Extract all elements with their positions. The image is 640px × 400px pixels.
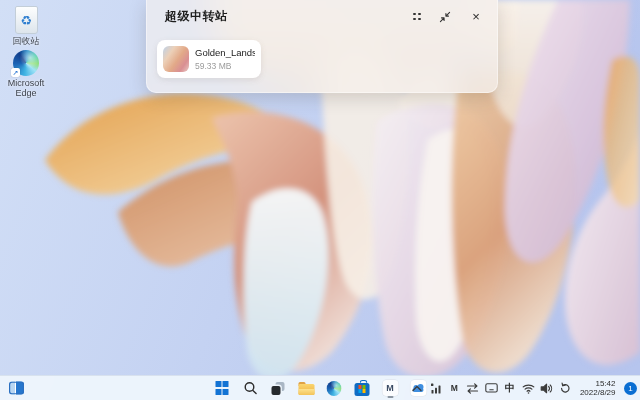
folder-icon [298, 384, 314, 395]
data-transfer-tray[interactable] [466, 379, 480, 397]
pc-manager-tray[interactable]: M [447, 379, 461, 397]
pc-manager-icon: M [382, 380, 398, 396]
file-name: Golden_Landsca... [195, 47, 255, 58]
search-button[interactable] [242, 378, 259, 398]
desktop-icon-recycle-bin[interactable]: ♻ 回收站 [3, 6, 49, 46]
touchpad-tray[interactable] [484, 379, 498, 397]
desktop-icon-edge[interactable]: ↗ Microsoft Edge [3, 50, 49, 98]
performance-meter-tray[interactable] [429, 379, 443, 397]
clock-date: 2022/8/29 [580, 388, 616, 397]
system-tray: M 中 [410, 376, 637, 400]
recycle-bin-icon: ♻ [15, 6, 38, 34]
file-meta: Golden_Landsca... 59.33 MB [195, 47, 255, 71]
edge-icon: ↗ [13, 50, 39, 76]
widgets-button[interactable] [9, 382, 24, 395]
ime-indicator[interactable]: 中 [503, 379, 517, 397]
file-thumbnail [163, 46, 189, 72]
panel-header: 超级中转站 × [147, 0, 497, 25]
desktop: ♻ 回收站 ↗ Microsoft Edge 超级中转站 × [0, 0, 640, 400]
windows-logo-icon [215, 381, 229, 395]
collapse-icon[interactable] [438, 10, 452, 24]
file-size: 59.33 MB [195, 61, 255, 71]
wifi-icon [522, 383, 535, 394]
shortcut-arrow-icon: ↗ [11, 68, 20, 77]
recycle-glyph: ♻ [20, 14, 32, 27]
hidden-icons-chevron[interactable] [410, 379, 424, 397]
panel-controls: × [413, 10, 483, 24]
recycle-bin-label: 回收站 [3, 36, 49, 46]
edge-icon [327, 381, 342, 396]
clock-time: 15:42 [580, 379, 616, 388]
taskbar-clock[interactable]: 15:42 2022/8/29 [580, 379, 616, 397]
start-button[interactable] [214, 378, 231, 398]
pc-manager-tray-icon: M [451, 383, 458, 393]
search-icon [243, 381, 257, 395]
touchpad-icon [485, 383, 498, 393]
close-icon[interactable]: × [469, 10, 483, 24]
rotate-arrow-icon [559, 382, 571, 394]
task-view-icon [272, 382, 285, 395]
grid-dots-icon[interactable] [413, 13, 421, 21]
wifi-tray[interactable] [521, 379, 535, 397]
meter-bars-icon [430, 383, 442, 394]
pc-manager-app-button[interactable]: M [382, 378, 399, 398]
edge-label: Microsoft Edge [3, 78, 49, 98]
swap-arrows-icon [466, 383, 479, 394]
taskbar: M M [0, 375, 640, 400]
file-card[interactable]: Golden_Landsca... 59.33 MB [157, 40, 261, 78]
store-icon [355, 383, 370, 396]
task-view-button[interactable] [270, 378, 287, 398]
edge-taskbar-button[interactable] [326, 378, 343, 398]
ime-chinese-label: 中 [505, 381, 515, 395]
chevron-up-icon [412, 385, 422, 392]
sync-tray[interactable] [558, 379, 572, 397]
notification-badge[interactable]: 1 [624, 382, 637, 395]
speaker-icon [540, 383, 553, 394]
taskbar-center: M [214, 376, 427, 400]
running-app-indicator [387, 396, 393, 398]
store-button[interactable] [354, 378, 371, 398]
file-explorer-button[interactable] [298, 378, 315, 398]
volume-tray[interactable] [540, 379, 554, 397]
transfer-station-panel: 超级中转站 × Golden_Landsca... 59.33 MB [146, 0, 498, 93]
panel-title: 超级中转站 [165, 8, 228, 25]
